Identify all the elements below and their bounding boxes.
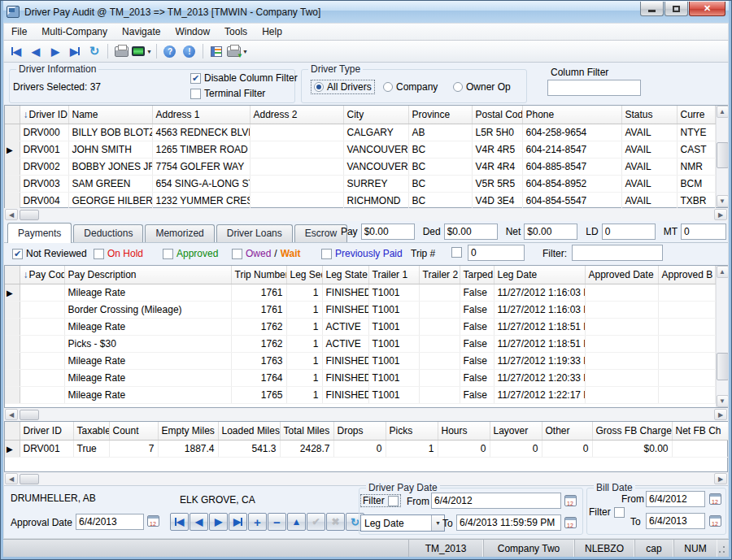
table-row[interactable]: Mileage Rate17651FINISHEDT1001False11/27… xyxy=(5,386,715,403)
column-header[interactable]: Other xyxy=(542,422,592,440)
bill-to-input[interactable] xyxy=(646,513,705,529)
previous-record-button[interactable]: ◀ xyxy=(27,42,45,60)
scroll-left-icon[interactable]: ◀ xyxy=(5,409,18,420)
row-selector[interactable] xyxy=(5,352,20,369)
approved-checkbox[interactable]: Approved xyxy=(163,248,218,259)
column-header[interactable]: Address 1 xyxy=(152,106,250,124)
column-header[interactable]: Approved Date xyxy=(585,266,658,284)
driver-pay-to-input[interactable] xyxy=(456,514,561,531)
nav-last-button[interactable]: ▶ xyxy=(229,513,247,531)
driver-grid-horizontal-scrollbar[interactable]: ◀ ▶ xyxy=(4,208,728,221)
row-selector[interactable]: ▶ xyxy=(5,440,20,457)
approval-date-input[interactable] xyxy=(76,514,144,530)
print-button[interactable] xyxy=(112,42,130,60)
table-row[interactable]: Picks - $3017621ACTIVET1001False11/27/20… xyxy=(5,335,715,352)
column-header[interactable]: Address 2 xyxy=(250,106,343,124)
scroll-down-icon[interactable]: ▼ xyxy=(717,395,729,407)
ld-total-field[interactable] xyxy=(602,224,656,240)
nav-cancel-button[interactable]: ✖ xyxy=(326,513,345,531)
menu-window[interactable]: Window xyxy=(168,24,217,40)
scrollbar-thumb[interactable] xyxy=(717,142,729,168)
terminal-filter-checkbox[interactable]: Terminal Filter xyxy=(190,88,265,99)
tab-payments[interactable]: Payments xyxy=(7,223,72,243)
close-button[interactable]: ✕ xyxy=(689,2,725,16)
bill-to-calendar-icon[interactable] xyxy=(709,515,721,527)
row-selector[interactable] xyxy=(5,318,20,335)
help-button[interactable]: ? xyxy=(161,42,179,60)
restore-button[interactable] xyxy=(664,2,688,16)
radio-all-drivers[interactable]: All Drivers xyxy=(312,80,374,93)
scrollbar-thumb[interactable] xyxy=(717,353,729,380)
table-row[interactable]: DRV002BOBBY JONES JR.7754 GOLFER WAYVANC… xyxy=(5,158,715,175)
report-button[interactable] xyxy=(207,42,225,60)
radio-company[interactable]: Company xyxy=(383,81,438,93)
radio-owner-op[interactable]: Owner Op xyxy=(453,81,511,93)
not-reviewed-checkbox[interactable]: ✔ Not Reviewed xyxy=(12,248,87,259)
first-record-button[interactable]: ◀ xyxy=(7,42,25,60)
column-header[interactable]: Leg Seq xyxy=(286,266,322,284)
scroll-right-icon[interactable]: ▶ xyxy=(714,209,727,220)
approval-date-calendar-icon[interactable] xyxy=(147,515,159,527)
bill-from-calendar-icon[interactable] xyxy=(709,493,721,505)
scroll-left-icon[interactable]: ◀ xyxy=(5,209,18,220)
table-row-selected[interactable]: ▶ Mileage Rate17611FINISHEDT1001False11/… xyxy=(5,284,715,301)
nav-post-button[interactable]: ✔ xyxy=(307,513,325,531)
row-selector[interactable] xyxy=(5,192,20,209)
column-header[interactable]: Phone xyxy=(522,106,621,124)
row-selector[interactable]: ▶ xyxy=(5,284,20,301)
net-total-field[interactable] xyxy=(524,224,577,240)
driver-pay-to-calendar-icon[interactable] xyxy=(564,517,577,528)
driver-pay-date-filter-checkbox[interactable]: Filter xyxy=(361,495,400,506)
menu-navigate[interactable]: Navigate xyxy=(115,24,168,40)
info-button[interactable]: ! xyxy=(181,42,198,60)
menu-multi-company[interactable]: Multi-Company xyxy=(34,24,115,40)
scroll-left-icon[interactable]: ◀ xyxy=(5,473,18,484)
menu-file[interactable]: File xyxy=(4,24,34,40)
column-header[interactable]: Gross FB Charges xyxy=(592,422,672,440)
column-header[interactable]: Driver ID xyxy=(20,422,73,440)
resize-grip[interactable] xyxy=(717,540,729,557)
on-hold-checkbox[interactable]: On Hold xyxy=(94,248,143,259)
pay-total-field[interactable] xyxy=(361,224,415,240)
tab-deductions[interactable]: Deductions xyxy=(73,224,143,242)
nav-edit-button[interactable]: ▲ xyxy=(287,513,306,531)
column-header[interactable]: Curre xyxy=(677,106,715,124)
mt-total-field[interactable] xyxy=(681,224,726,240)
nav-insert-button[interactable]: + xyxy=(248,513,267,531)
column-header[interactable]: Trailer 2 xyxy=(419,266,460,284)
table-row-selected[interactable]: ▶ DRV001JOHN SMITH1265 TIMBER ROADVANCOU… xyxy=(5,141,715,158)
driver-pay-from-input[interactable] xyxy=(431,493,561,509)
column-header[interactable]: City xyxy=(343,106,408,124)
ded-total-field[interactable] xyxy=(444,224,498,240)
table-row[interactable]: Mileage Rate17641FINISHEDT1001False11/27… xyxy=(5,369,715,386)
owed-wait-checkbox[interactable]: Owed / Wait xyxy=(232,248,301,259)
column-header[interactable]: Trailer 1 xyxy=(368,266,419,284)
column-header[interactable]: Tarped xyxy=(460,266,494,284)
scroll-up-icon[interactable]: ▲ xyxy=(717,266,729,278)
column-header[interactable]: Picks xyxy=(386,422,438,440)
tab-driver-loans[interactable]: Driver Loans xyxy=(216,224,293,242)
table-row[interactable]: DRV003SAM GREEN654 SING-A-LONG ST.SURREY… xyxy=(5,175,715,192)
scrollbar-thumb[interactable] xyxy=(20,410,39,420)
trip-number-checkbox[interactable] xyxy=(451,247,462,258)
previously-paid-checkbox[interactable]: Previously Paid xyxy=(321,248,403,259)
table-row[interactable]: Mileage Rate17621ACTIVET1001False11/27/2… xyxy=(5,318,715,335)
column-header[interactable]: Layover xyxy=(490,422,542,440)
nav-next-button[interactable]: ▶ xyxy=(209,513,228,531)
column-header[interactable]: ↓Driver ID xyxy=(20,106,68,124)
driver-grid-vertical-scrollbar[interactable]: ▲ ▼ xyxy=(716,106,729,207)
column-header[interactable]: Approved B xyxy=(658,266,715,284)
row-selector[interactable] xyxy=(5,369,20,386)
column-header[interactable]: Name xyxy=(68,106,152,124)
column-header[interactable]: Pay Description xyxy=(64,266,231,284)
row-selector[interactable] xyxy=(5,301,20,318)
column-header[interactable]: Count xyxy=(109,422,158,440)
row-selector[interactable] xyxy=(5,175,20,192)
driver-pay-from-calendar-icon[interactable] xyxy=(564,495,577,506)
column-filter-input[interactable] xyxy=(547,80,641,96)
filter-input[interactable] xyxy=(572,245,663,261)
nav-previous-button[interactable]: ◀ xyxy=(190,513,208,531)
row-selector[interactable]: ▶ xyxy=(5,141,20,158)
disable-column-filter-checkbox[interactable]: ✔ Disable Column Filter xyxy=(190,72,298,84)
column-header[interactable]: Status xyxy=(621,106,677,124)
